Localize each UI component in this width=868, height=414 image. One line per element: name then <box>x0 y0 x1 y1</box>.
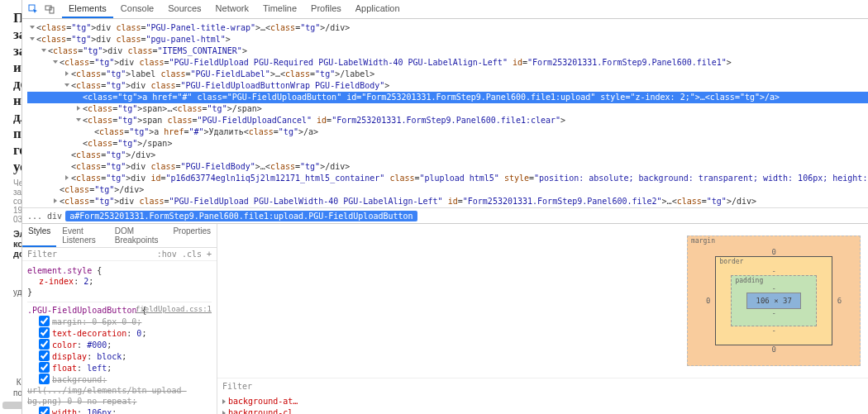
filter-input[interactable]: Filter <box>27 250 57 259</box>
dom-node[interactable]: <class="tg">div class="ITEMS_CONTAINER"> <box>27 45 868 57</box>
dom-node[interactable]: <class="tg">div class="pgu-panel-html"> <box>27 34 868 45</box>
devtools-tab[interactable]: Timeline <box>256 0 303 18</box>
css-rules[interactable]: element.style { z-index: 2;} fieldUpload… <box>22 261 217 414</box>
css-prop-toggle[interactable] <box>39 407 50 414</box>
computed-property[interactable]: background-at…scroll <box>222 396 868 407</box>
styles-tab[interactable]: Styles <box>22 224 56 247</box>
filter-input[interactable]: Filter <box>222 382 252 391</box>
devtools-pane: ElementsConsoleSourcesNetworkTimelinePro… <box>22 0 868 414</box>
dom-node[interactable]: <class="tg">a href="#">Удалить<class="tg… <box>27 126 868 138</box>
inspect-icon[interactable] <box>26 2 41 17</box>
horizontal-scrollbar[interactable] <box>2 402 22 409</box>
styles-tabs: StylesEvent ListenersDOM BreakpointsProp… <box>22 224 217 248</box>
page-pane: Подача заявителем заявления и документов… <box>0 0 22 414</box>
device-icon[interactable] <box>42 2 57 17</box>
styles-tab[interactable]: Properties <box>167 224 217 247</box>
dom-node[interactable]: <class="tg">/span> <box>27 138 868 150</box>
dom-node[interactable]: <class="tg">/div> <box>27 150 868 161</box>
styles-tab[interactable]: Event Listeners <box>56 224 109 247</box>
dom-node[interactable]: <class="tg">div class="PGU-Panel-title-w… <box>27 22 868 34</box>
devtools-tab[interactable]: Console <box>114 0 160 18</box>
breadcrumb[interactable]: ... div a#Form253201331.FormStep9.Panel6… <box>22 207 868 223</box>
dom-node[interactable]: <class="tg">div id="p16d63774egln1iq5j2l… <box>27 173 868 184</box>
dom-node[interactable]: <class="tg">span class="PGU-FieldUploadC… <box>27 115 868 126</box>
add-rule-icon[interactable]: + <box>207 250 212 259</box>
dom-tree[interactable]: <class="tg">div class="PGU-Panel-title-w… <box>22 19 868 207</box>
computed-property[interactable]: background-cl…border-… <box>222 407 868 414</box>
css-prop-toggle[interactable] <box>39 316 50 326</box>
box-model[interactable]: margin0 0 border- padding- 106 × 37 - - … <box>217 224 868 378</box>
dom-node[interactable]: <class="tg">label class="PGU-FieldLabel"… <box>27 69 868 80</box>
css-prop-toggle[interactable] <box>39 327 50 338</box>
cls-toggle[interactable]: .cls <box>182 250 202 259</box>
css-prop-toggle[interactable] <box>39 339 50 350</box>
devtools-tab[interactable]: Sources <box>161 0 207 18</box>
devtools-tab[interactable]: Profiles <box>304 0 348 18</box>
source-link[interactable]: fieldUpload.css:1 <box>136 304 212 315</box>
dom-node[interactable]: <class="tg">div class="PGU-FieldUpload P… <box>27 196 868 207</box>
dom-node[interactable]: <class="tg">a href="#" class="PGU-FieldU… <box>27 92 868 103</box>
styles-tab[interactable]: DOM Breakpoints <box>109 224 168 247</box>
devtools-tabs: ElementsConsoleSourcesNetworkTimelinePro… <box>62 0 407 18</box>
dom-node[interactable]: <class="tg">/div> <box>27 184 868 196</box>
devtools-tab[interactable]: Application <box>349 0 407 18</box>
dom-node[interactable]: <class="tg">div class="PGU-FieldUpload P… <box>27 57 868 69</box>
dom-node[interactable]: <class="tg">div class="PGU-FieldBody">…<… <box>27 161 868 173</box>
computed-list[interactable]: background-at…scrollbackground-cl…border… <box>217 394 868 414</box>
computed-pane: margin0 0 border- padding- 106 × 37 - - … <box>217 224 868 414</box>
styles-filter-bar: Filter :hov .cls + <box>22 248 217 261</box>
box-content: 106 × 37 <box>746 293 800 309</box>
css-prop-toggle[interactable] <box>39 362 50 373</box>
css-prop-toggle[interactable] <box>39 374 50 384</box>
devtools-tab[interactable]: Network <box>209 0 255 18</box>
devtools-toolbar: ElementsConsoleSourcesNetworkTimelinePro… <box>22 0 868 19</box>
dom-node[interactable]: <class="tg">span>…<class="tg">/span> <box>27 103 868 115</box>
hov-toggle[interactable]: :hov <box>157 250 177 259</box>
css-prop-toggle[interactable] <box>39 350 50 361</box>
styles-pane: StylesEvent ListenersDOM BreakpointsProp… <box>22 224 217 414</box>
field-label: *Копия документа, удостоверяющего личнос… <box>13 265 22 362</box>
dom-node[interactable]: <class="tg">div class="PGU-FieldUploadBu… <box>27 80 868 92</box>
devtools-tab[interactable]: Elements <box>62 0 113 18</box>
